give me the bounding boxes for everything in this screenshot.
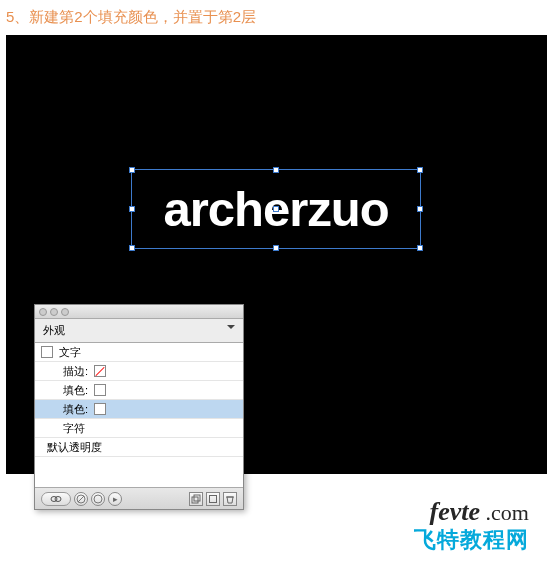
watermark-subtitle: 飞特教程网: [414, 525, 529, 555]
instruction-text: 5、新建第2个填充颜色，并置于第2层: [0, 0, 551, 35]
panel-tab-label: 外观: [43, 324, 65, 336]
panel-footer: ▸: [35, 487, 243, 509]
row-label: 填色:: [63, 383, 88, 398]
row-label: 文字: [59, 345, 81, 360]
new-icon[interactable]: [206, 492, 220, 506]
handle-middle-left[interactable]: [129, 206, 135, 212]
close-icon[interactable]: [39, 308, 47, 316]
watermark: fevte .com 飞特教程网: [414, 497, 529, 555]
row-label: 字符: [63, 421, 85, 436]
no-icon[interactable]: [74, 492, 88, 506]
svg-rect-6: [194, 495, 200, 501]
appearance-row-fill-2[interactable]: 填色:: [35, 400, 243, 419]
handle-bottom-right[interactable]: [417, 245, 423, 251]
duplicate-icon[interactable]: [189, 492, 203, 506]
zoom-icon[interactable]: [61, 308, 69, 316]
panel-body: 文字 描边: 填色: 填色: 字符 默认透明度: [35, 343, 243, 487]
watermark-brand: fevte .com: [414, 497, 529, 527]
svg-rect-7: [210, 495, 217, 502]
appearance-row-stroke[interactable]: 描边:: [35, 362, 243, 381]
handle-bottom-left[interactable]: [129, 245, 135, 251]
appearance-row-type[interactable]: 文字: [35, 343, 243, 362]
svg-line-3: [78, 496, 84, 502]
handle-center[interactable]: [273, 206, 279, 212]
fx-icon[interactable]: [91, 492, 105, 506]
appearance-row-characters[interactable]: 字符: [35, 419, 243, 438]
link-icon: [49, 495, 63, 503]
handle-top-right[interactable]: [417, 167, 423, 173]
minimize-icon[interactable]: [50, 308, 58, 316]
trash-icon[interactable]: [223, 492, 237, 506]
svg-point-4: [94, 495, 102, 503]
fill-swatch-icon[interactable]: [94, 403, 106, 415]
panel-titlebar[interactable]: [35, 305, 243, 319]
handle-top-center[interactable]: [273, 167, 279, 173]
appearance-panel: 外观 文字 描边: 填色: 填色: 字符 默认透明度: [34, 304, 244, 510]
toggle-pill-icon[interactable]: [41, 492, 71, 506]
row-label: 填色:: [63, 402, 88, 417]
handle-top-left[interactable]: [129, 167, 135, 173]
appearance-row-default-opacity[interactable]: 默认透明度: [35, 438, 243, 457]
handle-middle-right[interactable]: [417, 206, 423, 212]
type-swatch-icon: [41, 346, 53, 358]
svg-rect-5: [192, 497, 198, 503]
panel-tab-appearance[interactable]: 外观: [35, 319, 243, 343]
handle-bottom-center[interactable]: [273, 245, 279, 251]
panel-menu-icon[interactable]: [227, 325, 237, 333]
fx-dropdown-icon[interactable]: ▸: [108, 492, 122, 506]
row-label: 默认透明度: [47, 440, 102, 455]
stroke-swatch-none-icon[interactable]: [94, 365, 106, 377]
appearance-empty-area: [35, 457, 243, 487]
fill-swatch-icon[interactable]: [94, 384, 106, 396]
selection-bounding-box[interactable]: [131, 169, 421, 249]
appearance-row-fill-1[interactable]: 填色:: [35, 381, 243, 400]
svg-point-1: [55, 496, 61, 501]
row-label: 描边:: [63, 364, 88, 379]
